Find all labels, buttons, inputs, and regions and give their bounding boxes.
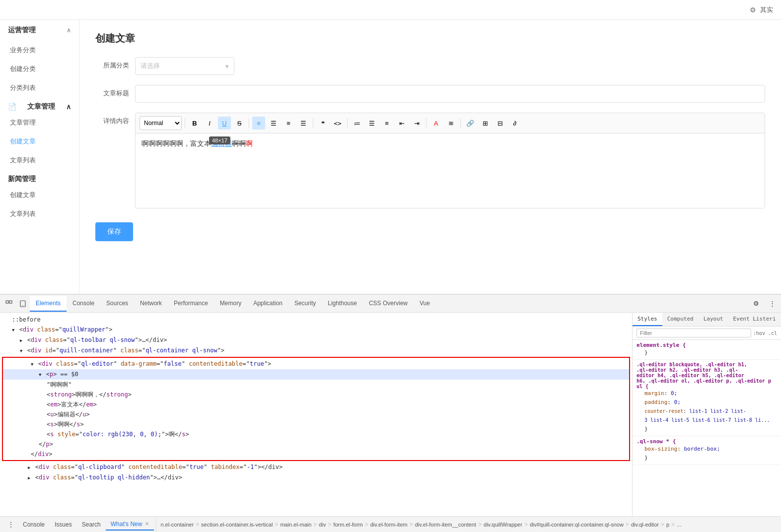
sidebar-item-chuangjian-fenlei[interactable]: 创建分类 [0,60,79,78]
html-line-clipboard[interactable]: <div class="ql-clipboard" contenteditabl… [0,462,632,472]
color-button[interactable]: A [429,117,442,130]
tab-css-overview[interactable]: CSS Overview [363,296,414,312]
devtools-settings-icon[interactable]: ⚙ [749,297,763,311]
devtools-device-icon[interactable] [16,297,30,311]
devtools-more-icon[interactable]: ⋮ [765,297,779,311]
italic-button[interactable]: I [203,117,216,130]
tree-toggle-7[interactable] [28,473,30,482]
align-left-button[interactable]: ≡ [252,117,265,130]
html-line-editor[interactable]: <div class="ql-editor" data-gramm="false… [3,359,629,369]
outdent-button[interactable]: ⇤ [395,117,408,130]
ordered-list-button[interactable]: ≔ [351,117,363,130]
sidebar-item-news-list[interactable]: 文章列表 [0,204,79,223]
html-line-s2[interactable]: <s style="color: rgb(230, 0, 0);">啊</s> [3,429,629,439]
html-line-strong[interactable]: <strong>啊啊啊，</strong> [3,390,629,399]
formula-button[interactable]: ∂ [508,117,521,130]
bold-button[interactable]: B [188,117,201,130]
align-center-button[interactable]: ☰ [267,117,280,130]
tab-security[interactable]: Security [288,296,322,312]
html-line-p[interactable]: <p> == $0 [3,369,629,380]
tab-application[interactable]: Application [247,296,288,312]
html-line-em[interactable]: <em>富文本</em> [3,399,629,409]
bottom-tab-issues[interactable]: Issues [50,519,77,530]
html-line-toolbar[interactable]: <div class="ql-toolbar ql-snow">…</div> [0,335,632,345]
crumb-more[interactable]: ... [675,522,683,528]
html-line-close-div[interactable]: </div> [3,449,629,459]
sidebar-item-yewu[interactable]: 业务分类 [0,41,79,60]
styles-tab-computed[interactable]: Computed [662,313,699,326]
align-right-button[interactable]: ≡ [282,117,295,130]
code-button[interactable]: <> [331,117,344,130]
article-title-label: 文章标题 [95,85,135,98]
format-select[interactable]: Normal Heading 1 Heading 2 Heading 3 [140,116,182,130]
html-line-tooltip[interactable]: <div class="ql-tooltip ql-hidden">…</div… [0,472,632,483]
bottom-tab-whats-new[interactable]: What's New ✕ [106,519,154,531]
settings-icon[interactable]: ⚙ [750,6,756,14]
blockquote-button[interactable]: ❝ [316,117,329,130]
bottom-tab-close-icon[interactable]: ✕ [145,521,149,527]
tab-network[interactable]: Network [134,296,168,312]
indent-button[interactable]: ≡ [380,117,393,130]
html-line-close-p[interactable]: </p> [3,439,629,449]
crumb-4[interactable]: div [317,522,328,528]
crumb-7[interactable]: div.el-form-item__content [413,522,478,528]
save-button[interactable]: 保存 [95,222,133,241]
bg-color-button[interactable]: ≋ [444,117,457,130]
video-button[interactable]: ⊟ [494,117,506,130]
crumb-10[interactable]: div.ql-editor [629,522,661,528]
section-collapse-icon[interactable]: ∧ [66,103,71,111]
html-line-quillwrapper[interactable]: <div class="quillWrapper"> [0,325,632,335]
crumb-1[interactable]: n.el-container [158,522,196,528]
styles-filter-toggle[interactable]: :hov .cl [753,331,777,336]
bottom-tab-console[interactable]: Console [18,519,50,530]
tree-toggle-6[interactable] [28,463,30,472]
indent-right-button[interactable]: ⇥ [410,117,423,130]
styles-filter-input[interactable] [637,329,751,337]
bullet-list-button[interactable]: ☰ [365,117,378,130]
editor-content-area[interactable]: 48×17 啊啊啊啊啊啊，富文本编辑器啊啊啊 [136,133,765,208]
styles-tab-styles[interactable]: Styles [633,313,662,326]
html-line-before[interactable]: ::before [0,315,632,325]
sidebar-item-article-manage[interactable]: 文章管理 [0,113,79,132]
bottom-tab-search[interactable]: Search [77,519,106,530]
category-select[interactable]: 请选择 ▾ [135,57,234,75]
sidebar-item-create-article[interactable]: 创建文章 [0,132,79,151]
align-justify-button[interactable]: ☰ [297,117,310,130]
tab-sources[interactable]: Sources [100,296,134,312]
tab-console[interactable]: Console [67,296,100,312]
tree-toggle-3[interactable] [20,346,22,355]
crumb-11[interactable]: p [664,522,671,528]
crumb-8[interactable]: div.quillWrapper [482,522,524,528]
styles-tab-layout[interactable]: Layout [699,313,728,326]
tab-elements[interactable]: Elements [30,296,67,312]
underline-button[interactable]: U [218,117,231,130]
sidebar-item-fenlei-list[interactable]: 分类列表 [0,78,79,97]
tree-toggle-1[interactable] [12,325,14,334]
bottom-devtools-icon[interactable]: ⋮ [4,518,18,532]
html-line-text1[interactable]: "啊啊啊" [3,380,629,390]
styles-tab-event[interactable]: Event Listeri [728,313,781,326]
sidebar-item-news-create[interactable]: 创建文章 [0,186,79,204]
crumb-3[interactable]: main.el-main [278,522,313,528]
html-line-s1[interactable]: <s>啊啊</s> [3,419,629,429]
crumb-6[interactable]: div.el-form-item [368,522,410,528]
strike-button[interactable]: S [233,117,246,130]
tab-lighthouse[interactable]: Lighthouse [322,296,363,312]
tree-toggle-2[interactable] [20,335,22,345]
tab-performance[interactable]: Performance [168,296,214,312]
html-line-u[interactable]: <u>编辑器</u> [3,409,629,419]
tree-toggle-5[interactable] [39,370,41,379]
crumb-2[interactable]: section.el-container.is-vertical [199,522,275,528]
sidebar-collapse-icon[interactable]: ∧ [67,27,71,34]
crumb-5[interactable]: form.el-form [331,522,364,528]
tree-toggle-4[interactable] [31,359,33,369]
html-line-container[interactable]: <div id="quill-container" class="ql-cont… [0,345,632,356]
tab-vue[interactable]: Vue [414,296,436,312]
link-button[interactable]: 🔗 [464,117,477,130]
image-button[interactable]: ⊞ [479,117,492,130]
crumb-9[interactable]: div#quill-container.ql-container.ql-snow [528,522,626,528]
tab-memory[interactable]: Memory [214,296,247,312]
sidebar-item-article-list[interactable]: 文章列表 [0,151,79,170]
article-title-input[interactable] [135,85,765,103]
devtools-inspect-icon[interactable] [2,297,16,311]
